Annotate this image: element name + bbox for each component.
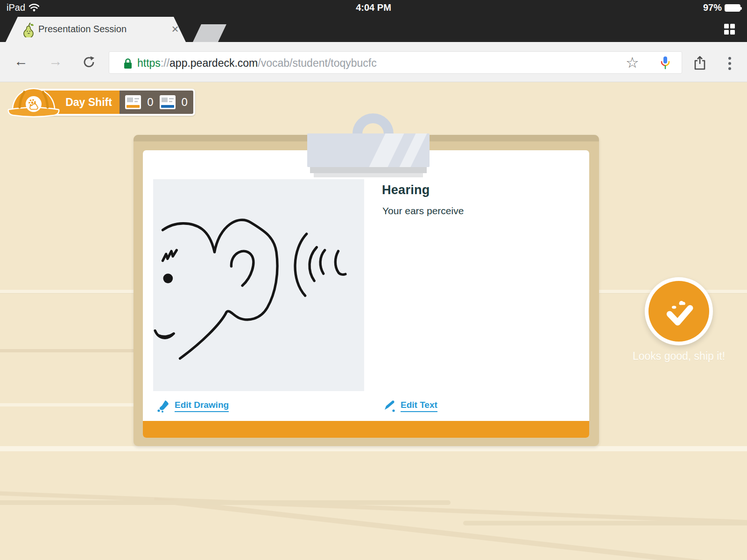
overflow-menu-icon[interactable] [728,57,731,70]
back-button[interactable]: ← [14,54,28,68]
shift-label: Day Shift [65,96,112,109]
url-separator: :// [161,57,169,69]
bookmark-star-icon[interactable]: ☆ [626,54,639,71]
edit-text-button[interactable]: Edit Text [383,399,437,413]
vocab-term-title: Hearing [382,183,430,197]
check-cloud-icon [659,291,699,331]
tab-title: Presentation Session [38,24,127,35]
url-host: app.peardeck.com [169,57,258,69]
wood-grain-line [0,500,451,505]
edit-drawing-button[interactable]: Edit Drawing [157,399,229,413]
wood-plank-line [0,349,140,352]
forward-button[interactable]: → [49,54,63,68]
tab-switcher-icon[interactable] [724,24,735,35]
ship-it-label: Looks good, ship it! [621,350,737,363]
blue-slide-count: 0 [182,96,188,109]
ship-it-button[interactable] [645,277,713,345]
battery-percent: 97% [703,2,722,13]
voice-search-icon[interactable] [659,56,671,71]
url-bar[interactable]: https://app.peardeck.com/vocab/student/t… [109,51,682,74]
reload-button[interactable] [82,55,96,69]
vocab-term-description: Your ears perceive [382,205,464,217]
clip-shadow [314,173,423,177]
url-path: /vocab/student/toqybucfc [258,57,376,69]
share-icon[interactable] [693,56,707,70]
blue-slide-icon [160,95,176,109]
edit-text-label[interactable]: Edit Text [401,400,437,412]
wood-plank-line [0,446,747,451]
wood-plank-line [0,403,140,406]
clipboard-clip [307,133,430,167]
url-scheme: https [137,57,161,69]
pencil-icon [383,399,396,413]
paintbrush-icon [157,399,170,413]
ship-it-button-face[interactable] [648,281,709,342]
secure-lock-icon [123,58,133,69]
ear-sketch [153,179,364,391]
edit-drawing-label[interactable]: Edit Drawing [175,400,229,412]
browser-tab[interactable]: Presentation Session × [6,17,186,42]
peardeck-favicon [22,22,35,37]
hard-hat-icon [6,86,62,119]
clip-shadow [310,167,427,173]
wood-grain-line [463,521,747,525]
wood-grain-line [154,497,747,560]
battery-icon [725,4,740,12]
url-text: https://app.peardeck.com/vocab/student/t… [137,57,377,70]
orange-slide-count: 0 [147,96,153,109]
slide-counters: 0 0 [120,91,193,114]
clock: 4:04 PM [0,2,747,13]
drawing-canvas [153,179,364,391]
status-right: 97% [703,2,740,13]
card-accent-bar [143,421,589,438]
orange-slide-icon [125,95,141,109]
